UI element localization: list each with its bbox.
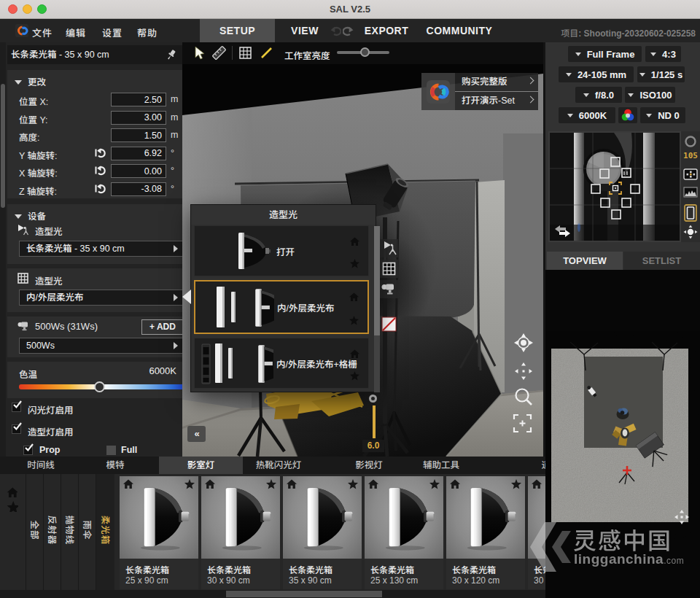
home-filter-icon[interactable] [7, 487, 18, 497]
library-item[interactable]: 长条柔光箱 30 x 90 cm [201, 476, 280, 589]
light-intensity-slider[interactable] [373, 405, 376, 438]
popup-scrollbar[interactable] [374, 226, 380, 392]
star-icon[interactable] [266, 479, 276, 489]
power-dropdown[interactable]: 500Ws [19, 338, 184, 354]
star-icon[interactable] [511, 479, 521, 489]
category-softbox[interactable]: 柔光箱 [96, 474, 114, 590]
select-cursor-icon[interactable] [192, 45, 207, 61]
section-transform-header[interactable]: 更改 [15, 74, 46, 88]
pin-icon[interactable] [166, 49, 177, 61]
white-balance-button[interactable]: 6000K [559, 107, 615, 123]
camera-viewfinder-preview[interactable] [548, 131, 681, 242]
popup-option-diffuser-grid[interactable]: 内/外层柔光布+格栅 [194, 338, 369, 389]
modifier-dropdown[interactable]: 长条柔光箱 - 35 x 90 cm [19, 241, 184, 257]
iso-button[interactable]: ISO100 [625, 87, 675, 103]
af-point-selector-icon[interactable] [683, 167, 698, 182]
height-input[interactable] [111, 128, 166, 142]
tab-model[interactable]: 模特 [93, 457, 137, 474]
light-intensity-handle[interactable] [369, 395, 377, 403]
color-profile-button[interactable] [618, 107, 637, 123]
tab-timeline[interactable]: 时间线 [12, 457, 70, 474]
home-icon[interactable] [350, 349, 359, 359]
af-circle-icon[interactable] [683, 134, 698, 149]
tab-setlist[interactable]: SETLIST [623, 252, 700, 270]
tab-export[interactable]: EXPORT [360, 19, 413, 42]
rotation-z-input[interactable] [111, 182, 166, 196]
add-light-button[interactable]: + ADD [141, 319, 184, 335]
undo-icon[interactable] [330, 26, 341, 36]
joystick-icon[interactable] [683, 224, 698, 240]
sensor-format-button[interactable]: Full Frame [568, 46, 642, 62]
tab-view[interactable]: VIEW [279, 19, 330, 42]
redo-icon[interactable] [343, 26, 354, 36]
strobe-tool-button[interactable] [380, 280, 398, 298]
aperture-button[interactable]: f/8.0 [575, 87, 622, 103]
frame-view-icon[interactable] [513, 413, 532, 433]
menu-edit[interactable]: 编辑 [66, 26, 86, 39]
studio-topview-map[interactable] [545, 270, 700, 598]
shutter-speed-button[interactable]: 1/125 s [637, 66, 685, 82]
prop-checkbox[interactable] [23, 446, 33, 455]
category-umbrella[interactable]: 雨伞 [78, 474, 96, 590]
category-parabolic[interactable]: 抛物线 [61, 474, 78, 590]
tab-props[interactable]: 道具 [532, 457, 545, 474]
pan-camera-icon[interactable] [514, 362, 533, 381]
tab-topview[interactable]: TOPVIEW [547, 252, 623, 270]
draw-line-icon[interactable] [259, 45, 274, 61]
orbit-camera-icon[interactable] [513, 332, 534, 354]
popup-option-diffuser[interactable]: 内/外层柔光布 [194, 280, 369, 334]
modeling-enable-checkbox[interactable] [12, 424, 21, 434]
position-y-input[interactable] [111, 111, 166, 125]
star-icon[interactable] [348, 479, 358, 489]
home-icon[interactable] [349, 292, 359, 302]
rotation-y-input[interactable] [111, 147, 166, 160]
home-icon[interactable] [205, 479, 215, 489]
library-item[interactable]: 长条柔光箱 30 x 140 cm [528, 476, 545, 589]
star-icon[interactable] [349, 316, 359, 325]
ruler-icon[interactable] [211, 45, 227, 61]
tab-speedlights[interactable]: 热靴闪光灯 [246, 457, 311, 474]
collapse-panel-button[interactable]: « [187, 426, 206, 442]
star-icon[interactable] [350, 371, 359, 381]
open-demo-set-button[interactable]: 打开演示-Set [455, 92, 538, 110]
properties-scrollbar[interactable] [0, 42, 6, 457]
home-icon[interactable] [350, 237, 359, 246]
library-scrollbar[interactable] [0, 590, 545, 598]
tab-video-lights[interactable]: 影视灯 [340, 457, 398, 474]
no-gel-button[interactable] [380, 315, 398, 333]
library-item[interactable]: 长条柔光箱 30 x 120 cm [446, 476, 525, 589]
buy-full-version-button[interactable]: 购买完整版 [455, 73, 538, 91]
tab-community[interactable]: COMMUNITY [420, 19, 499, 42]
star-filter-icon[interactable] [7, 501, 18, 512]
zoom-icon[interactable] [513, 386, 534, 408]
grid-view-icon[interactable] [238, 45, 253, 61]
position-x-input[interactable] [111, 93, 166, 106]
menu-help[interactable]: 帮助 [137, 26, 158, 39]
star-icon[interactable] [184, 479, 195, 489]
home-icon[interactable] [532, 479, 542, 489]
rotation-x-input[interactable] [111, 164, 166, 178]
reset-rotation-z-button[interactable] [93, 182, 107, 196]
star-icon[interactable] [350, 259, 359, 268]
library-item[interactable]: 长条柔光箱 25 x 130 cm [365, 476, 443, 589]
colortemp-slider-handle[interactable] [94, 381, 105, 392]
flash-enable-checkbox[interactable] [12, 403, 21, 412]
reset-rotation-y-button[interactable] [93, 147, 107, 160]
diffuser-dropdown[interactable]: 内/外层柔光布 [19, 290, 184, 306]
category-all[interactable]: 全部 [26, 474, 43, 590]
modifier-tool-button[interactable] [380, 239, 398, 257]
home-icon[interactable] [450, 479, 460, 489]
histogram-icon[interactable] [683, 187, 698, 198]
aspect-ratio-button[interactable]: 4:3 [645, 46, 681, 62]
menu-file[interactable]: 文件 [32, 26, 52, 39]
home-icon[interactable] [123, 479, 133, 489]
tab-setup[interactable]: SETUP [200, 19, 275, 42]
star-icon[interactable] [429, 479, 440, 489]
home-icon[interactable] [287, 479, 297, 489]
reset-rotation-x-button[interactable] [93, 164, 107, 178]
section-device-header[interactable]: 设备 [15, 209, 46, 222]
home-icon[interactable] [368, 479, 378, 489]
grid-tool-button[interactable] [380, 260, 398, 278]
tab-tools[interactable]: 辅助工具 [412, 457, 470, 474]
category-reflector[interactable]: 反射器 [43, 474, 61, 590]
